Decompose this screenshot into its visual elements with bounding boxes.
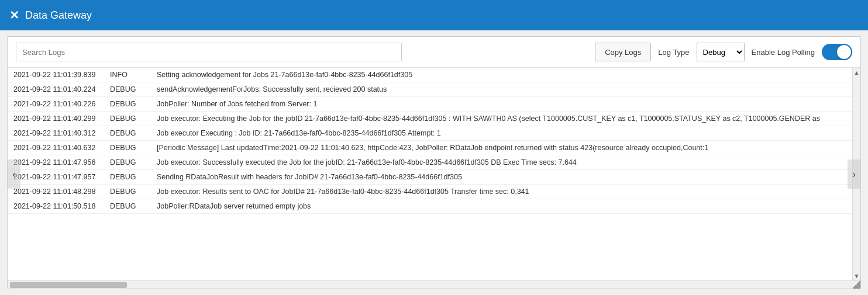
enable-polling-label: Enable Log Polling xyxy=(752,48,815,57)
log-level: DEBUG xyxy=(104,112,151,126)
log-timestamp: 2021-09-22 11:01:39.839 xyxy=(8,68,104,82)
enable-polling-toggle[interactable] xyxy=(822,44,852,60)
log-type-label: Log Type xyxy=(658,48,689,57)
log-message: [Periodic Message] Last updatedTime:2021… xyxy=(151,141,852,155)
log-row: 2021-09-22 11:01:40.226 DEBUG JobPoller:… xyxy=(8,97,852,112)
log-timestamp: 2021-09-22 11:01:40.224 xyxy=(8,82,104,97)
log-level: DEBUG xyxy=(104,82,151,97)
log-message: Job executor: Results sent to OAC for Jo… xyxy=(151,185,852,199)
log-message: Setting acknowledgement for Jobs 21-7a66… xyxy=(151,68,852,82)
log-timestamp: 2021-09-22 11:01:40.312 xyxy=(8,126,104,141)
log-row: 2021-09-22 11:01:47.956 DEBUG Job execut… xyxy=(8,155,852,170)
log-main: ‹ 2021-09-22 11:01:39.839 INFO Setting a… xyxy=(8,68,860,280)
log-timestamp: 2021-09-22 11:01:50.518 xyxy=(8,199,104,214)
log-level: DEBUG xyxy=(104,126,151,141)
app-icon: ✕ xyxy=(9,8,19,22)
log-message: Job executor Executing : Job ID: 21-7a66… xyxy=(151,126,852,141)
nav-arrow-left[interactable]: ‹ xyxy=(8,159,20,189)
log-row: 2021-09-22 11:01:40.299 DEBUG Job execut… xyxy=(8,112,852,126)
log-message: sendAcknowledgementForJobs: Successfully… xyxy=(151,82,852,97)
log-level: DEBUG xyxy=(104,141,151,155)
main-content: Copy Logs Log Type Debug Info Warning Er… xyxy=(7,36,861,289)
log-message: JobPoller: Number of Jobs fetched from S… xyxy=(151,97,852,112)
app-title: Data Gateway xyxy=(25,9,92,22)
log-level: DEBUG xyxy=(104,185,151,199)
log-row: 2021-09-22 11:01:40.632 DEBUG [Periodic … xyxy=(8,141,852,155)
scroll-up-arrow[interactable]: ▲ xyxy=(853,68,860,77)
log-timestamp: 2021-09-22 11:01:47.956 xyxy=(8,155,104,170)
log-row: 2021-09-22 11:01:50.518 DEBUG JobPoller:… xyxy=(8,199,852,214)
log-row: 2021-09-22 11:01:48.298 DEBUG Job execut… xyxy=(8,185,852,199)
resize-handle[interactable] xyxy=(852,280,860,289)
h-scroll-thumb[interactable] xyxy=(10,282,127,288)
log-level: DEBUG xyxy=(104,155,151,170)
log-row: 2021-09-22 11:01:47.957 DEBUG Sending RD… xyxy=(8,170,852,185)
log-area: ‹ 2021-09-22 11:01:39.839 INFO Setting a… xyxy=(8,68,860,289)
log-row: 2021-09-22 11:01:39.839 INFO Setting ack… xyxy=(8,68,852,82)
log-level: DEBUG xyxy=(104,170,151,185)
search-input[interactable] xyxy=(16,43,402,61)
log-table: 2021-09-22 11:01:39.839 INFO Setting ack… xyxy=(8,68,852,214)
nav-arrow-right[interactable]: › xyxy=(848,159,860,189)
log-level: DEBUG xyxy=(104,97,151,112)
h-scroll-bar[interactable] xyxy=(8,280,860,289)
log-timestamp: 2021-09-22 11:01:40.632 xyxy=(8,141,104,155)
log-level: DEBUG xyxy=(104,199,151,214)
log-timestamp: 2021-09-22 11:01:40.226 xyxy=(8,97,104,112)
log-timestamp: 2021-09-22 11:01:40.299 xyxy=(8,112,104,126)
scroll-down-arrow[interactable]: ▼ xyxy=(853,271,860,280)
log-message: Job executor: Successfully executed the … xyxy=(151,155,852,170)
log-row: 2021-09-22 11:01:40.312 DEBUG Job execut… xyxy=(8,126,852,141)
log-type-select[interactable]: Debug Info Warning Error xyxy=(697,43,745,61)
toggle-knob xyxy=(837,45,851,59)
log-message: Sending RDataJobResult with headers for … xyxy=(151,170,852,185)
log-scroll-area[interactable]: 2021-09-22 11:01:39.839 INFO Setting ack… xyxy=(8,68,852,280)
log-timestamp: 2021-09-22 11:01:47.957 xyxy=(8,170,104,185)
log-row: 2021-09-22 11:01:40.224 DEBUG sendAcknow… xyxy=(8,82,852,97)
log-timestamp: 2021-09-22 11:01:48.298 xyxy=(8,185,104,199)
toolbar: Copy Logs Log Type Debug Info Warning Er… xyxy=(8,37,860,68)
title-bar: ✕ Data Gateway xyxy=(0,0,868,30)
log-message: JobPoller:RDataJob server returned empty… xyxy=(151,199,852,214)
log-message: Job executor: Executing the Job for the … xyxy=(151,112,852,126)
copy-logs-button[interactable]: Copy Logs xyxy=(595,43,651,61)
log-level: INFO xyxy=(104,68,151,82)
